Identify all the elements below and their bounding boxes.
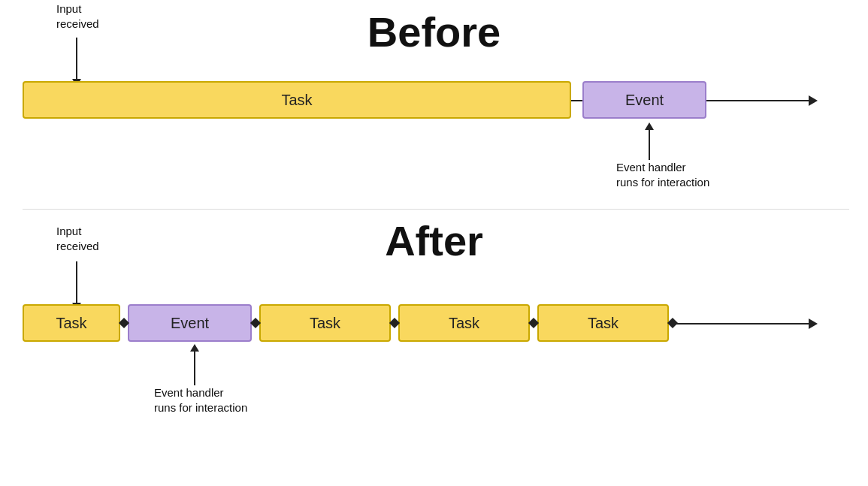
after-event-box: Event [128, 304, 252, 342]
after-event-handler-arrow [190, 344, 199, 385]
before-input-arrow [72, 38, 81, 86]
after-title: After [385, 216, 483, 265]
before-event-handler-arrow [645, 122, 654, 160]
before-input-label: Input received [56, 2, 99, 31]
after-input-arrow [72, 261, 81, 310]
before-event-box: Event [582, 81, 706, 119]
before-title: Before [367, 8, 501, 56]
after-task-box-4: Task [537, 304, 669, 342]
after-arrow-right [809, 318, 818, 329]
after-event-handler-label: Event handler runs for interaction [154, 385, 247, 415]
after-task-box-1: Task [23, 304, 120, 342]
after-input-label: Input received [56, 224, 99, 253]
after-task-box-3: Task [398, 304, 530, 342]
before-event-handler-label: Event handler runs for interaction [616, 160, 709, 189]
before-arrow-right [809, 95, 818, 106]
before-task-box: Task [23, 81, 571, 119]
after-task-box-2: Task [259, 304, 391, 342]
after-connector-5 [667, 318, 678, 328]
